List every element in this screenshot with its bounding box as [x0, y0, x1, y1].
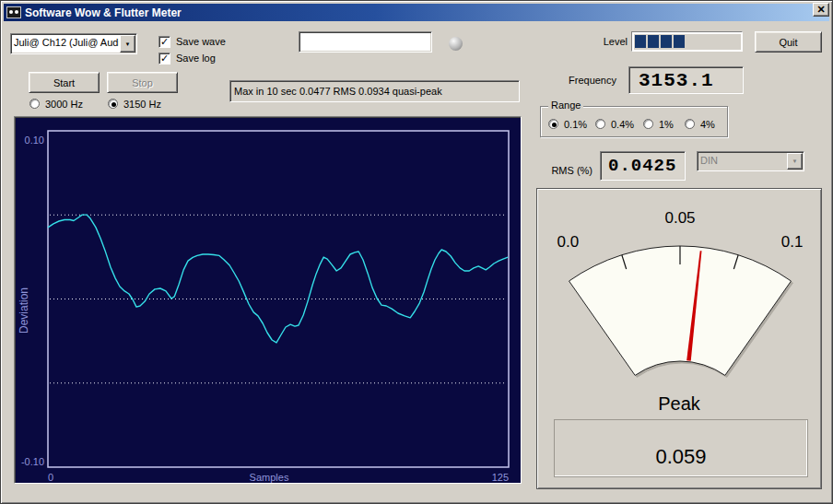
- checkbox-icon[interactable]: ✓: [158, 36, 170, 48]
- radio-icon[interactable]: [29, 99, 40, 109]
- rms-label: RMS (%): [546, 165, 592, 176]
- radio-0-4pct[interactable]: 0.4%: [595, 118, 634, 130]
- radio-0-1pct[interactable]: 0.1%: [548, 118, 587, 130]
- status-box: Max in 10 sec 0.0477 RMS 0.0934 quasi-pe…: [229, 80, 520, 102]
- level-meter: [631, 31, 743, 52]
- svg-text:0.0: 0.0: [557, 233, 580, 251]
- device-selected-value: Juli@ Ch12 (Juli@ Audio: [11, 34, 119, 53]
- device-select[interactable]: Juli@ Ch12 (Juli@ Audio ▼: [10, 33, 137, 54]
- rms-display: 0.0425: [600, 151, 686, 181]
- svg-text:-0.10: -0.10: [21, 456, 44, 467]
- radio-3000-hz[interactable]: 3000 Hz: [29, 98, 83, 110]
- save-log-label: Save log: [176, 53, 216, 64]
- weighting-selected-value: DIN: [698, 152, 786, 170]
- status-message: Max in 10 sec 0.0477 RMS 0.0934 quasi-pe…: [230, 81, 519, 97]
- svg-text:125: 125: [492, 472, 509, 483]
- peak-value: 0.059: [655, 445, 706, 469]
- radio-1pct[interactable]: 1%: [643, 118, 674, 130]
- stop-button[interactable]: Stop: [107, 72, 178, 93]
- deviation-chart: 0.10-0.100125SamplesDeviation: [14, 116, 522, 484]
- close-button[interactable]: ✕: [813, 3, 829, 17]
- cassette-icon: [6, 6, 21, 18]
- frequency-label: Frequency: [552, 75, 616, 86]
- radio-4pct[interactable]: 4%: [685, 118, 715, 130]
- radio-label: 4%: [700, 119, 715, 130]
- analog-gauge: 0.00.050.1: [537, 189, 821, 419]
- peak-label: Peak: [537, 393, 821, 415]
- quit-button[interactable]: Quit: [755, 31, 822, 53]
- weighting-select[interactable]: DIN ▼: [697, 151, 804, 171]
- radio-icon[interactable]: [548, 119, 558, 129]
- level-segment: [661, 35, 672, 48]
- svg-text:Deviation: Deviation: [18, 287, 30, 334]
- radio-label: 0.4%: [611, 119, 634, 130]
- chevron-down-icon[interactable]: ▼: [120, 35, 135, 53]
- peak-meter-panel: 0.00.050.1 Peak 0.059: [536, 188, 822, 489]
- radio-label: 1%: [659, 119, 674, 130]
- app-window: Software Wow & Flutter Meter ✕ Juli@ Ch1…: [0, 0, 833, 504]
- range-groupbox: Range 0.1%0.4%1%4%: [540, 106, 728, 137]
- radio-icon[interactable]: [108, 99, 118, 109]
- level-segment: [674, 35, 685, 48]
- start-button[interactable]: Start: [29, 72, 100, 93]
- level-segment: [635, 35, 646, 48]
- svg-text:0.1: 0.1: [781, 233, 804, 251]
- save-log-checkbox[interactable]: ✓ Save log: [158, 52, 216, 64]
- svg-text:Samples: Samples: [250, 472, 289, 483]
- radio-label: 3150 Hz: [123, 99, 161, 110]
- level-label: Level: [581, 36, 628, 47]
- checkbox-icon[interactable]: ✓: [158, 53, 170, 64]
- status-led-icon: [449, 37, 463, 51]
- svg-text:0: 0: [48, 472, 53, 483]
- window-title: Software Wow & Flutter Meter: [25, 6, 182, 19]
- chevron-down-icon: ▼: [787, 153, 803, 170]
- svg-text:0.10: 0.10: [25, 135, 44, 146]
- frequency-display: 3153.1: [628, 66, 744, 94]
- radio-icon[interactable]: [595, 119, 605, 129]
- level-segment: [648, 35, 659, 48]
- titlebar[interactable]: Software Wow & Flutter Meter: [4, 4, 829, 21]
- save-wave-label: Save wave: [176, 36, 226, 47]
- radio-label: 3000 Hz: [45, 99, 83, 110]
- radio-icon[interactable]: [685, 119, 695, 129]
- filename-input[interactable]: [299, 31, 432, 53]
- deviation-chart-canvas: 0.10-0.100125SamplesDeviation: [15, 117, 521, 483]
- radio-icon[interactable]: [643, 119, 653, 129]
- save-wave-checkbox[interactable]: ✓ Save wave: [158, 35, 226, 48]
- radio-3150-hz[interactable]: 3150 Hz: [108, 98, 161, 110]
- svg-text:0.05: 0.05: [664, 209, 695, 227]
- peak-value-box: 0.059: [554, 419, 808, 477]
- range-label: Range: [548, 100, 583, 111]
- radio-label: 0.1%: [564, 119, 587, 130]
